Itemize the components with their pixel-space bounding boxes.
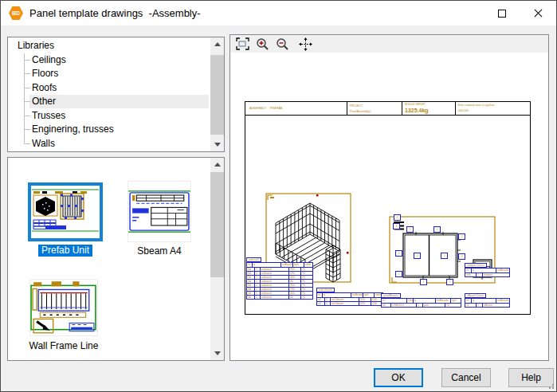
bom-row: 3d1osboard34070 <box>247 275 312 279</box>
bom-row: 3d1osboard34070 <box>247 291 312 295</box>
maximize-icon <box>498 10 506 18</box>
zoom-in-button[interactable] <box>254 37 270 51</box>
bom-cell: 1 <box>255 268 261 271</box>
bom-table-decor-bottom: xBeam Decor nrqosBoards x11xBeam <box>465 293 510 308</box>
pan-button[interactable] <box>297 37 313 51</box>
tree-scrollbar[interactable] <box>210 37 224 151</box>
bom-cell: osboard <box>261 292 289 295</box>
zoom-window-button[interactable] <box>234 37 250 51</box>
bom-cell: 3d <box>247 280 255 283</box>
bom-cell: 190 <box>289 288 301 291</box>
tree-item-trusses[interactable]: Trusses <box>8 109 210 123</box>
bom-cell: x4 <box>317 302 325 305</box>
template-label-wall-frame-line[interactable]: Wall Frame Line <box>22 340 105 351</box>
template-label-sbeam-a4[interactable]: Sbeam A4 <box>127 245 191 257</box>
bom-cell: 1 <box>255 284 261 287</box>
titlebar[interactable]: BD Panel template drawings -Assembly- <box>1 1 556 25</box>
template-thumb-sbeam-a4[interactable] <box>127 181 191 242</box>
scrollbar-thumb[interactable] <box>210 172 224 277</box>
bom-table-decor-top: osbpan Decor nrqosBoards osb1osbpan <box>465 263 510 277</box>
project-value: PanelAssembly() <box>350 110 371 113</box>
scroll-up-button[interactable] <box>210 158 224 171</box>
bom-cell: 370 <box>359 302 371 305</box>
close-icon <box>534 9 543 18</box>
bom-header-cell: q <box>472 299 496 303</box>
bom-cell: osboard <box>261 284 289 287</box>
scrollbar-thumb[interactable] <box>210 55 224 135</box>
bom-cell: 1 <box>255 276 261 279</box>
bom-cell: 370 <box>359 298 371 301</box>
scroll-up-button[interactable] <box>210 37 224 51</box>
bom-row: 3d1osboard19070 <box>247 287 312 291</box>
bom-cell: 340 <box>289 292 301 295</box>
bom-header-cell: q <box>253 263 281 267</box>
tree-connector <box>24 88 30 88</box>
scroll-down-button[interactable] <box>210 138 224 151</box>
bom-cell: 1 <box>255 288 261 291</box>
maximize-button[interactable] <box>484 1 520 25</box>
template-thumb-prefab-unit[interactable] <box>28 182 103 241</box>
cancel-button[interactable]: Cancel <box>441 368 491 387</box>
bom-cell: 70 <box>445 304 461 307</box>
tree-root-label: Libraries <box>18 40 54 51</box>
tree-item-walls[interactable]: Walls <box>8 137 210 151</box>
tree-root-libraries[interactable]: Libraries <box>8 39 210 53</box>
tree-item-ceilings[interactable]: Ceilings <box>8 53 210 68</box>
bom-table-mid: osb sheet5 nrqosBoardslgthwdth x41osObea… <box>316 288 383 306</box>
templates-scrollbar[interactable] <box>210 158 224 360</box>
bom-cell: 190 <box>289 272 301 275</box>
bom-row: 3d1osboard35070 <box>247 283 312 287</box>
preview-pane: ASSEMBLY PREFAB PROJECT PanelAssembly() … <box>229 34 549 361</box>
bom-cell: 40 <box>289 296 301 299</box>
bom-cell: 3d <box>247 284 255 287</box>
bom-cell: 1 <box>255 292 261 295</box>
bom-cell: pan <box>423 304 445 307</box>
bom-cell: osboard <box>261 276 289 279</box>
app-icon: BD <box>9 6 23 20</box>
resize-grip[interactable] <box>547 382 555 390</box>
bom-cell: osboard <box>261 268 289 271</box>
close-button[interactable] <box>520 1 556 25</box>
module-weight-label: MODULE WEIGHT <box>405 104 426 107</box>
tree-item-other[interactable]: Other <box>8 95 210 109</box>
bom-cell: 70 <box>301 280 312 283</box>
bom-header-cell: q <box>323 293 351 297</box>
bom-cell: osboard <box>261 288 289 291</box>
panel-tag: 1 <box>441 253 448 259</box>
zoom-window-icon <box>236 37 249 50</box>
company-line1: Enter company name in LayoData <box>458 104 494 108</box>
project-label: PROJECT <box>350 104 363 108</box>
panel-tag: 2 <box>458 233 465 240</box>
bom-header-cell: osBoards <box>351 293 363 297</box>
ok-button[interactable]: OK <box>374 368 423 387</box>
bom-row: osb1osbpan <box>465 272 509 276</box>
zoom-out-button[interactable] <box>274 37 290 51</box>
scroll-down-button[interactable] <box>210 347 224 360</box>
title-block-divider <box>347 102 347 115</box>
template-thumb-wall-frame-line[interactable] <box>29 279 98 336</box>
bom-cell: osbpan <box>483 273 508 276</box>
bom-header-cell: nr <box>465 299 472 303</box>
bom-header-cell: lgth <box>363 293 375 297</box>
panel-tag: 2 <box>420 279 427 285</box>
bom-cell: 1 <box>477 273 483 276</box>
panel-tag: 4 <box>394 214 401 221</box>
tree-item-roofs[interactable]: Roofs <box>8 81 210 96</box>
tree-item-floors[interactable]: Floors <box>8 67 210 81</box>
tree-item-enginering-trusses[interactable]: Enginering, trusses <box>8 123 210 137</box>
bom-row: x11xBeam <box>465 303 509 307</box>
arrow-up-icon <box>214 42 221 46</box>
bom-table-grid: nrqosBoards x11xBeam <box>465 298 510 308</box>
bom-cell: 3d <box>247 276 255 279</box>
bom-row: x41osObeam370230 <box>317 301 382 305</box>
bom-cell: 70 <box>301 272 312 275</box>
bom-cell: 1 <box>325 302 331 305</box>
bom-header-cell: lgth <box>451 299 457 303</box>
bom-cell: x4 <box>382 304 391 307</box>
assembly-label: ASSEMBLY <box>249 106 266 110</box>
bom-header-cell: nr <box>465 269 472 272</box>
bom-table-left: osb list5 nrqosBoardslgthwdth 3d1osboard… <box>246 257 313 300</box>
template-label-prefab-unit[interactable]: Prefab Unit <box>38 245 92 257</box>
libraries-panel: Libraries Ceilings Floors Roofs Other <box>7 37 225 152</box>
bom-cell: osb <box>465 273 477 276</box>
